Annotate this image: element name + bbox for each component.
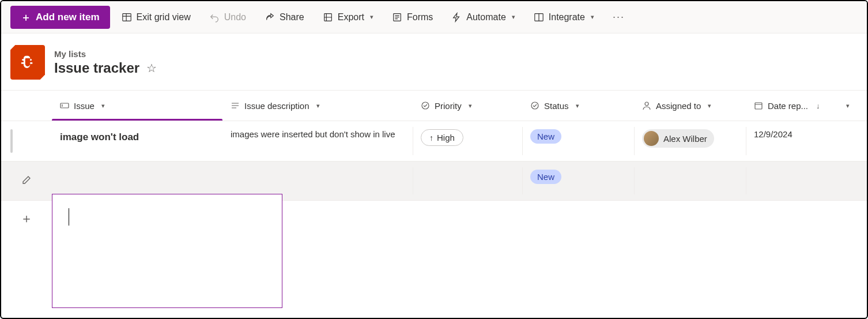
cell-status[interactable]: New	[522, 121, 634, 161]
chevron-down-icon: ▾	[846, 102, 850, 110]
chevron-down-icon: ▾	[469, 102, 472, 110]
forms-label: Forms	[407, 12, 433, 22]
chevron-down-icon: ▾	[101, 102, 105, 110]
undo-button[interactable]: Undo	[202, 7, 253, 27]
avatar	[644, 131, 659, 146]
undo-label: Undo	[224, 12, 246, 22]
multiline-icon	[231, 101, 240, 110]
integrate-label: Integrate	[549, 12, 585, 22]
cell-date[interactable]: 12/9/2024	[746, 121, 858, 161]
list-icon	[10, 45, 45, 80]
svg-point-18	[531, 102, 538, 109]
cell-editor-popup[interactable]	[52, 194, 282, 308]
person-icon	[642, 101, 651, 110]
favorite-star-button[interactable]: ☆	[146, 61, 157, 75]
more-commands-button[interactable]: ···	[606, 6, 632, 28]
person-chip: Alex Wilber	[642, 129, 714, 148]
integrate-icon	[534, 12, 544, 22]
sort-descending-icon: ↓	[816, 102, 820, 110]
chevron-down-icon: ▾	[708, 102, 711, 110]
arrow-up-icon: ↑	[429, 133, 433, 142]
add-new-item-button[interactable]: ＋ Add new item	[10, 6, 110, 29]
cell-priority[interactable]: ↑ High	[413, 121, 522, 161]
column-description-label: Issue description	[244, 101, 310, 111]
calendar-icon	[754, 101, 763, 110]
choice-icon	[530, 101, 539, 110]
list-header: My lists Issue tracker ☆	[1, 33, 867, 90]
column-header-priority[interactable]: Priority ▾	[413, 91, 522, 121]
column-header-status[interactable]: Status ▾	[522, 91, 634, 121]
column-header-description[interactable]: Issue description ▾	[222, 91, 413, 121]
column-priority-label: Priority	[435, 101, 462, 111]
forms-button[interactable]: Forms	[385, 7, 440, 27]
cell-issue[interactable]: image won't load	[52, 121, 222, 161]
date-value: 12/9/2024	[754, 129, 792, 139]
column-header-date[interactable]: Date rep... ↓ ▾	[746, 91, 858, 121]
automate-icon	[451, 12, 462, 22]
chevron-down-icon: ▾	[316, 102, 320, 110]
svg-rect-0	[122, 13, 130, 21]
row-indicator	[10, 129, 13, 153]
grid-icon	[122, 12, 132, 22]
cell-assigned[interactable]: Alex Wilber	[634, 121, 746, 161]
page-title: Issue tracker	[54, 60, 139, 76]
chevron-down-icon: ▾	[591, 13, 594, 21]
text-field-icon	[60, 101, 69, 110]
breadcrumb[interactable]: My lists	[54, 49, 157, 59]
status-badge: New	[530, 170, 561, 184]
svg-point-19	[645, 102, 648, 106]
export-label: Export	[338, 12, 364, 22]
column-assigned-label: Assigned to	[656, 101, 701, 111]
cell-assigned[interactable]	[634, 162, 746, 200]
plus-icon: ＋	[21, 12, 31, 22]
column-header-issue[interactable]: Issue ▾	[52, 91, 222, 121]
export-button[interactable]: Export ▾	[316, 7, 380, 27]
column-issue-label: Issue	[74, 101, 95, 111]
priority-pill: ↑ High	[421, 129, 463, 146]
chevron-down-icon: ▾	[576, 102, 579, 110]
svg-point-17	[422, 102, 429, 109]
column-status-label: Status	[544, 101, 569, 111]
svg-rect-20	[755, 103, 762, 109]
integrate-button[interactable]: Integrate ▾	[527, 7, 601, 27]
exit-grid-view-label: Exit grid view	[137, 12, 191, 22]
pencil-icon	[22, 175, 31, 187]
undo-icon	[209, 12, 220, 22]
status-badge: New	[530, 129, 561, 144]
cell-date[interactable]	[746, 162, 858, 200]
person-name: Alex Wilber	[663, 134, 707, 144]
command-bar: ＋ Add new item Exit grid view Undo Share…	[1, 1, 867, 33]
table-row[interactable]: image won't load images were inserted bu…	[1, 121, 867, 161]
cell-priority[interactable]	[413, 162, 522, 200]
priority-value: High	[437, 133, 455, 142]
share-icon	[265, 12, 275, 22]
edit-row-indicator	[1, 162, 52, 200]
column-header-assigned[interactable]: Assigned to ▾	[634, 91, 746, 121]
forms-icon	[392, 12, 402, 22]
chevron-down-icon: ▾	[370, 13, 373, 21]
share-button[interactable]: Share	[258, 7, 311, 27]
cell-description[interactable]: images were inserted but don't show in l…	[222, 121, 413, 161]
exit-grid-view-button[interactable]: Exit grid view	[115, 7, 198, 27]
add-row-button[interactable]: ＋	[1, 201, 52, 236]
share-label: Share	[280, 12, 304, 22]
choice-icon	[421, 101, 430, 110]
text-cursor	[69, 208, 69, 226]
automate-label: Automate	[466, 12, 505, 22]
cell-status[interactable]: New	[522, 162, 634, 200]
export-icon	[323, 12, 333, 22]
grid-header-row: Issue ▾ Issue description ▾ Priority ▾ S…	[1, 91, 867, 121]
column-date-label: Date rep...	[768, 101, 808, 111]
svg-rect-12	[61, 103, 69, 108]
add-new-item-label: Add new item	[36, 12, 100, 23]
automate-button[interactable]: Automate ▾	[444, 7, 522, 27]
bug-icon	[18, 52, 37, 72]
chevron-down-icon: ▾	[512, 13, 515, 21]
